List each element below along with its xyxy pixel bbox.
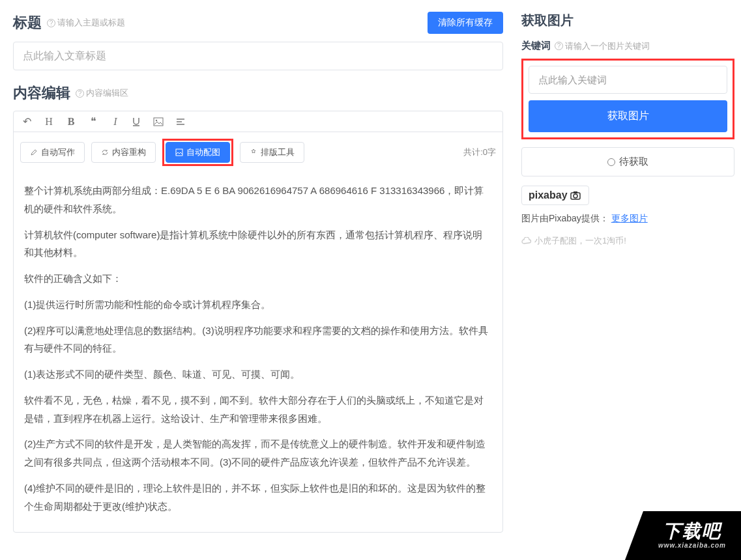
editor-paragraph: (2)程序可以满意地处理信息的数据结构。(3)说明程序功能要求和程序需要的文档的… xyxy=(24,322,492,358)
circle-icon xyxy=(607,158,615,166)
sidebar-title: 获取图片 xyxy=(521,12,734,29)
watermark: 下载吧 www.xiazaiba.com xyxy=(643,511,741,560)
cloud-icon xyxy=(521,237,532,245)
title-label: 标题 xyxy=(13,13,42,33)
svg-point-1 xyxy=(156,119,157,120)
content-header: 内容编辑 ? 内容编辑区 xyxy=(13,83,503,103)
svg-rect-5 xyxy=(574,191,577,193)
heading-icon[interactable]: H xyxy=(42,116,55,128)
content-label: 内容编辑 xyxy=(13,83,70,103)
italic-icon[interactable]: I xyxy=(109,116,122,128)
keyword-label: 关键词 xyxy=(521,40,551,52)
keyword-input[interactable] xyxy=(529,66,727,94)
undo-icon[interactable]: ↶ xyxy=(20,115,33,128)
editor: ↶ H B ❝ I 自动写作 xyxy=(13,111,503,533)
keyword-hint: ? 请输入一个图片关键词 xyxy=(555,40,650,52)
picture-icon xyxy=(175,148,183,156)
content-hint: ? 内容编辑区 xyxy=(76,87,128,99)
svg-point-4 xyxy=(574,194,577,198)
provider-line: 图片由Pixabay提供： 更多图片 xyxy=(521,213,734,225)
info-icon: ? xyxy=(76,89,84,98)
editor-paragraph: 软件的正确含义如下： xyxy=(24,270,492,288)
pending-button[interactable]: 待获取 xyxy=(521,147,734,176)
bold-icon[interactable]: B xyxy=(65,116,78,128)
title-hint: ? 请输入主题或标题 xyxy=(47,17,125,29)
image-icon[interactable] xyxy=(153,117,166,127)
more-images-link[interactable]: 更多图片 xyxy=(611,213,648,223)
auto-image-button[interactable]: 自动配图 xyxy=(166,142,230,163)
article-title-input[interactable] xyxy=(13,42,503,70)
pixabay-badge: pixabay xyxy=(521,186,589,205)
refresh-icon xyxy=(101,148,109,156)
clear-cache-button[interactable]: 清除所有缓存 xyxy=(428,12,503,34)
quote-icon[interactable]: ❝ xyxy=(87,115,100,128)
footer-note: 小虎子配图，一次1淘币! xyxy=(521,235,734,247)
info-icon: ? xyxy=(47,19,55,27)
editor-paragraph: 计算机软件(computer software)是指计算机系统中除硬件以外的所有… xyxy=(24,226,492,262)
editor-toolbar: ↶ H B ❝ I xyxy=(14,111,502,132)
info-icon: ? xyxy=(555,42,563,50)
restructure-button[interactable]: 内容重构 xyxy=(91,142,156,163)
tool-icon xyxy=(250,148,257,156)
auto-image-highlight: 自动配图 xyxy=(162,139,233,166)
keyword-highlight-box: 获取图片 xyxy=(521,59,734,139)
editor-paragraph: 软件看不见，无色，枯燥，看不见，摸不到，闻不到。软件大部分存在于人们的头脑或纸上… xyxy=(24,391,492,428)
keyword-header: 关键词 ? 请输入一个图片关键词 xyxy=(521,40,734,52)
align-icon[interactable] xyxy=(175,117,188,127)
word-counter: 共计:0字 xyxy=(463,147,496,158)
editor-paragraph: (4)维护不同的硬件是旧的，理论上软件是旧的，并不坏，但实际上软件也是旧的和坏的… xyxy=(24,479,492,516)
editor-paragraph: 整个计算机系统由两部分组成：E.69DA 5 E 6 BA 9062616964… xyxy=(24,182,492,218)
editor-content[interactable]: 整个计算机系统由两部分组成：E.69DA 5 E 6 BA 9062616964… xyxy=(14,173,502,532)
svg-rect-2 xyxy=(176,149,182,156)
underline-icon[interactable] xyxy=(131,117,144,127)
auto-write-button[interactable]: 自动写作 xyxy=(20,142,85,163)
watermark-corner xyxy=(625,511,643,560)
camera-icon xyxy=(570,191,582,200)
get-image-button[interactable]: 获取图片 xyxy=(529,100,727,132)
editor-paragraph: (1)提供运行时所需功能和性能的命令或计算机程序集合。 xyxy=(24,296,492,314)
action-toolbar: 自动写作 内容重构 自动配图 排版工具 共计:0字 xyxy=(14,132,502,173)
title-header: 标题 ? 请输入主题或标题 清除所有缓存 xyxy=(13,12,503,34)
pencil-icon xyxy=(30,148,38,156)
editor-paragraph: (1)表达形式不同的硬件类型、颜色、味道、可见、可摸、可闻。 xyxy=(24,365,492,384)
svg-rect-0 xyxy=(154,118,163,126)
layout-tool-button[interactable]: 排版工具 xyxy=(240,142,304,163)
editor-paragraph: (2)生产方式不同的软件是开发，是人类智能的高发挥，而不是传统意义上的硬件制造。… xyxy=(24,435,492,471)
